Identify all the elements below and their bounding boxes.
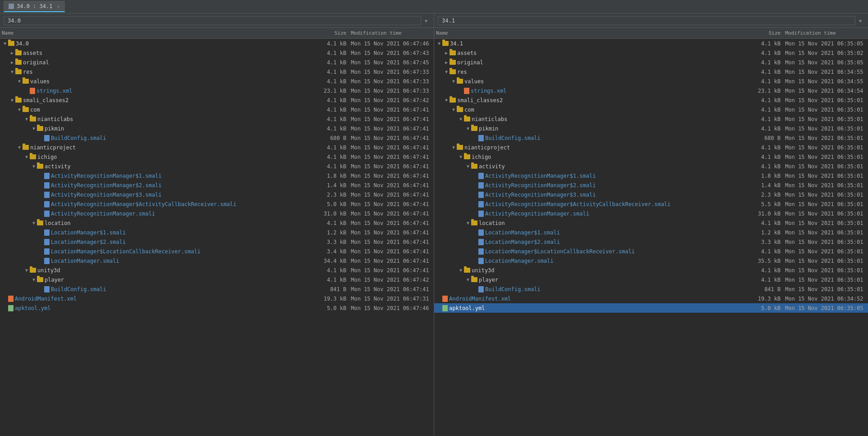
row-toggle[interactable]: ▼ [458, 117, 464, 121]
tree-row[interactable]: ▼ nianticlabs 4.1 kB Mon 15 Nov 2021 06:… [0, 114, 434, 124]
row-toggle[interactable]: ▼ [9, 98, 15, 103]
tree-row[interactable]: ActivityRecognitionManager$3.smali 2.3 k… [0, 190, 434, 199]
left-file-tree[interactable]: ▼ 34.0 4.1 kB Mon 15 Nov 2021 06:47:46 ▶… [0, 39, 434, 436]
tree-row[interactable]: ▼ res 4.1 kB Mon 15 Nov 2021 06:34:55 [434, 67, 868, 76]
tree-row[interactable]: ActivityRecognitionManager.smali 31.0 kB… [0, 209, 434, 218]
tree-row[interactable]: LocationManager$LocationCallbackReceiver… [434, 247, 868, 256]
tree-row[interactable]: BuildConfig.smali 841 B Mon 15 Nov 2021 … [0, 284, 434, 294]
tree-row[interactable]: apktool.yml 5.0 kB Mon 15 Nov 2021 06:47… [0, 303, 434, 313]
tree-row[interactable]: ActivityRecognitionManager$ActivityCallb… [0, 199, 434, 209]
main-tab[interactable]: 34.0 : 34.1 × [4, 1, 65, 12]
row-toggle[interactable]: ▼ [31, 277, 37, 282]
row-toggle[interactable]: ▶ [443, 50, 450, 55]
tree-row[interactable]: ActivityRecognitionManager$1.smali 1.8 k… [0, 171, 434, 180]
tree-row[interactable]: ▼ res 4.1 kB Mon 15 Nov 2021 06:47:33 [0, 67, 434, 76]
tree-row[interactable]: BuildConfig.smali 680 B Mon 15 Nov 2021 … [434, 133, 868, 143]
row-toggle[interactable]: ▶ [443, 60, 450, 65]
row-toggle[interactable]: ▼ [458, 154, 464, 159]
tree-row[interactable]: LocationManager$2.smali 3.3 kB Mon 15 No… [434, 237, 868, 247]
row-toggle[interactable]: ▼ [16, 145, 23, 150]
tree-row[interactable]: LocationManager$2.smali 3.3 kB Mon 15 No… [0, 237, 434, 247]
tree-row[interactable]: ▼ ichigo 4.1 kB Mon 15 Nov 2021 06:35:01 [434, 152, 868, 162]
tree-row[interactable]: LocationManager.smali 35.5 kB Mon 15 Nov… [434, 256, 868, 265]
left-folder-select[interactable]: 34.0 [4, 16, 421, 25]
tree-row[interactable]: ▶ assets 4.1 kB Mon 15 Nov 2021 06:47:43 [0, 48, 434, 58]
row-toggle[interactable]: ▼ [465, 220, 471, 225]
row-toggle[interactable]: ▶ [9, 60, 15, 65]
tree-row[interactable]: ActivityRecognitionManager$ActivityCallb… [434, 199, 868, 209]
tree-row[interactable]: ▼ unity3d 4.1 kB Mon 15 Nov 2021 06:47:4… [0, 265, 434, 275]
left-column-headers: Name Size Modification time [0, 28, 434, 39]
tree-row[interactable]: LocationManager$1.smali 1.2 kB Mon 15 No… [434, 228, 868, 237]
tree-row[interactable]: ▼ com 4.1 kB Mon 15 Nov 2021 06:35:01 [434, 105, 868, 114]
row-toggle[interactable]: ▼ [23, 268, 30, 273]
row-toggle[interactable]: ▼ [2, 41, 8, 46]
tree-row[interactable]: ▼ values 4.1 kB Mon 15 Nov 2021 06:47:33 [0, 76, 434, 86]
tree-row[interactable]: ▼ pikmin 4.1 kB Mon 15 Nov 2021 06:47:41 [0, 124, 434, 133]
tree-row[interactable]: ▶ assets 4.1 kB Mon 15 Nov 2021 06:35:02 [434, 48, 868, 58]
tree-row[interactable]: ActivityRecognitionManager$1.smali 1.8 k… [434, 171, 868, 180]
row-toggle[interactable]: ▼ [31, 126, 37, 131]
right-file-tree[interactable]: ▼ 34.1 4.1 kB Mon 15 Nov 2021 06:35:05 ▶… [434, 39, 868, 436]
tree-row[interactable]: LocationManager.smali 34.4 kB Mon 15 Nov… [0, 256, 434, 265]
tree-row[interactable]: BuildConfig.smali 680 B Mon 15 Nov 2021 … [0, 133, 434, 143]
row-toggle[interactable]: ▼ [450, 145, 457, 150]
tree-row[interactable]: ▼ nianticproject 4.1 kB Mon 15 Nov 2021 … [434, 143, 868, 152]
tree-row[interactable]: AndroidManifest.xml 19.3 kB Mon 15 Nov 2… [0, 294, 434, 303]
row-mtime: Mon 15 Nov 2021 06:47:41 [351, 154, 432, 160]
right-folder-select[interactable]: 34.1 [438, 16, 855, 25]
tree-row[interactable]: ▼ ichigo 4.1 kB Mon 15 Nov 2021 06:47:41 [0, 152, 434, 162]
tree-row[interactable]: ▼ 34.1 4.1 kB Mon 15 Nov 2021 06:35:05 [434, 39, 868, 48]
tree-row[interactable]: strings.xml 23.1 kB Mon 15 Nov 2021 06:3… [434, 86, 868, 95]
tree-row[interactable]: ▶ original 4.1 kB Mon 15 Nov 2021 06:47:… [0, 58, 434, 67]
row-name: ActivityRecognitionManager$ActivityCallb… [51, 201, 319, 207]
row-toggle[interactable]: ▼ [31, 164, 37, 169]
tree-row[interactable]: LocationManager$1.smali 1.2 kB Mon 15 No… [0, 228, 434, 237]
tree-row[interactable]: ▼ activity 4.1 kB Mon 15 Nov 2021 06:47:… [0, 162, 434, 171]
tree-row[interactable]: ▼ nianticlabs 4.1 kB Mon 15 Nov 2021 06:… [434, 114, 868, 124]
row-toggle[interactable]: ▼ [443, 98, 450, 103]
tree-row[interactable]: ▼ smali_classes2 4.1 kB Mon 15 Nov 2021 … [434, 95, 868, 105]
row-toggle[interactable]: ▼ [458, 268, 464, 273]
tree-row[interactable]: ActivityRecognitionManager$3.smali 2.3 k… [434, 190, 868, 199]
tree-row[interactable]: ▼ player 4.1 kB Mon 15 Nov 2021 06:47:42 [0, 275, 434, 284]
row-toggle[interactable]: ▼ [465, 277, 471, 282]
row-toggle[interactable]: ▼ [450, 79, 457, 84]
row-toggle[interactable]: ▼ [9, 69, 15, 74]
row-toggle[interactable]: ▼ [450, 107, 457, 112]
tree-row[interactable]: ▼ location 4.1 kB Mon 15 Nov 2021 06:47:… [0, 218, 434, 228]
tree-row[interactable]: ▼ location 4.1 kB Mon 15 Nov 2021 06:35:… [434, 218, 868, 228]
row-toggle[interactable]: ▼ [23, 117, 30, 121]
tree-row[interactable]: ▼ 34.0 4.1 kB Mon 15 Nov 2021 06:47:46 [0, 39, 434, 48]
row-toggle[interactable]: ▼ [465, 126, 471, 131]
row-toggle[interactable]: ▼ [443, 69, 450, 74]
tree-row[interactable]: ▼ com 4.1 kB Mon 15 Nov 2021 06:47:41 [0, 105, 434, 114]
tree-row[interactable]: ▼ smali_classes2 4.1 kB Mon 15 Nov 2021 … [0, 95, 434, 105]
tree-row[interactable]: apktool.yml 5.0 kB Mon 15 Nov 2021 06:35… [434, 303, 868, 313]
row-toggle[interactable]: ▼ [16, 79, 23, 84]
tree-row[interactable]: ActivityRecognitionManager$2.smali 1.4 k… [434, 180, 868, 190]
tree-row[interactable]: BuildConfig.smali 841 B Mon 15 Nov 2021 … [434, 284, 868, 294]
row-toggle[interactable]: ▼ [23, 154, 30, 159]
tab-close-button[interactable]: × [57, 4, 60, 9]
row-size: 5.5 kB [754, 201, 785, 207]
tree-row[interactable]: ▼ nianticproject 4.1 kB Mon 15 Nov 2021 … [0, 143, 434, 152]
row-size: 3.3 kB [754, 239, 785, 245]
tree-row[interactable]: ▶ original 4.1 kB Mon 15 Nov 2021 06:35:… [434, 58, 868, 67]
row-toggle[interactable]: ▼ [16, 107, 23, 112]
tree-row[interactable]: ActivityRecognitionManager$2.smali 1.4 k… [0, 180, 434, 190]
tree-row[interactable]: ▼ player 4.1 kB Mon 15 Nov 2021 06:35:01 [434, 275, 868, 284]
tree-row[interactable]: strings.xml 23.1 kB Mon 15 Nov 2021 06:4… [0, 86, 434, 95]
row-toggle[interactable]: ▼ [31, 220, 37, 225]
row-toggle[interactable]: ▶ [9, 50, 15, 55]
tree-row[interactable]: AndroidManifest.xml 19.3 kB Mon 15 Nov 2… [434, 294, 868, 303]
tree-row[interactable]: ▼ activity 4.1 kB Mon 15 Nov 2021 06:35:… [434, 162, 868, 171]
row-mtime: Mon 15 Nov 2021 06:35:01 [785, 126, 866, 132]
tree-row[interactable]: ▼ unity3d 4.1 kB Mon 15 Nov 2021 06:35:0… [434, 265, 868, 275]
row-toggle[interactable]: ▼ [465, 164, 471, 169]
tree-row[interactable]: ▼ pikmin 4.1 kB Mon 15 Nov 2021 06:35:01 [434, 124, 868, 133]
tree-row[interactable]: ▼ values 4.1 kB Mon 15 Nov 2021 06:34:55 [434, 76, 868, 86]
row-toggle[interactable]: ▼ [436, 41, 442, 46]
tree-row[interactable]: ActivityRecognitionManager.smali 31.0 kB… [434, 209, 868, 218]
tree-row[interactable]: LocationManager$LocationCallbackReceiver… [0, 247, 434, 256]
